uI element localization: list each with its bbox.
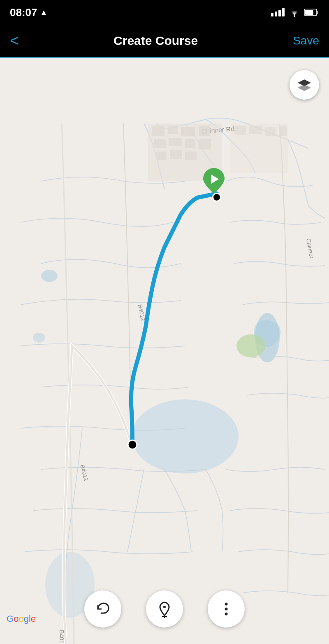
start-waypoint-dot xyxy=(212,193,221,202)
svg-rect-18 xyxy=(168,126,178,134)
svg-rect-30 xyxy=(249,126,262,134)
wifi-icon xyxy=(289,8,300,17)
nav-bar: < Create Course Save xyxy=(0,25,329,58)
svg-marker-36 xyxy=(298,84,311,91)
svg-point-0 xyxy=(294,15,295,17)
more-options-button[interactable] xyxy=(208,590,245,628)
svg-rect-20 xyxy=(199,126,210,136)
svg-point-33 xyxy=(128,440,137,449)
svg-rect-3 xyxy=(305,10,313,15)
page-title: Create Course xyxy=(114,34,198,48)
map-container[interactable]: Chinnor Rd B4012 B4012 B4012 Chinnor xyxy=(0,58,329,644)
save-button[interactable]: Save xyxy=(293,34,319,47)
layer-button[interactable] xyxy=(290,70,319,100)
svg-rect-26 xyxy=(170,150,182,159)
svg-point-42 xyxy=(225,613,228,616)
svg-point-41 xyxy=(225,608,228,611)
svg-point-10 xyxy=(236,334,265,357)
svg-point-37 xyxy=(163,606,166,608)
svg-rect-23 xyxy=(185,139,195,148)
map-svg: Chinnor Rd B4012 B4012 B4012 Chinnor xyxy=(0,58,329,644)
svg-point-8 xyxy=(41,270,58,282)
signal-icon xyxy=(271,8,285,16)
svg-rect-31 xyxy=(265,127,276,136)
svg-rect-25 xyxy=(156,152,167,160)
svg-rect-2 xyxy=(317,11,318,14)
svg-rect-21 xyxy=(154,139,166,148)
svg-rect-22 xyxy=(169,138,182,146)
svg-point-5 xyxy=(132,399,239,474)
undo-button[interactable] xyxy=(84,590,121,628)
google-watermark: Google xyxy=(7,614,36,624)
back-button[interactable]: < xyxy=(10,32,19,49)
svg-rect-19 xyxy=(181,127,195,136)
svg-rect-24 xyxy=(199,139,211,149)
start-marker xyxy=(203,168,225,195)
svg-rect-17 xyxy=(152,126,164,136)
svg-rect-32 xyxy=(279,126,287,136)
time-display: 08:07 xyxy=(10,6,37,19)
bottom-toolbar xyxy=(0,590,329,628)
svg-point-9 xyxy=(33,333,45,343)
svg-rect-29 xyxy=(234,126,246,135)
status-bar: 08:07 ▲ xyxy=(0,0,329,25)
add-waypoint-button[interactable] xyxy=(146,590,183,628)
svg-point-40 xyxy=(225,603,228,606)
svg-rect-27 xyxy=(185,152,197,160)
battery-icon xyxy=(304,8,319,16)
svg-text:B4012: B4012 xyxy=(58,630,65,644)
location-arrow-icon: ▲ xyxy=(40,8,48,17)
